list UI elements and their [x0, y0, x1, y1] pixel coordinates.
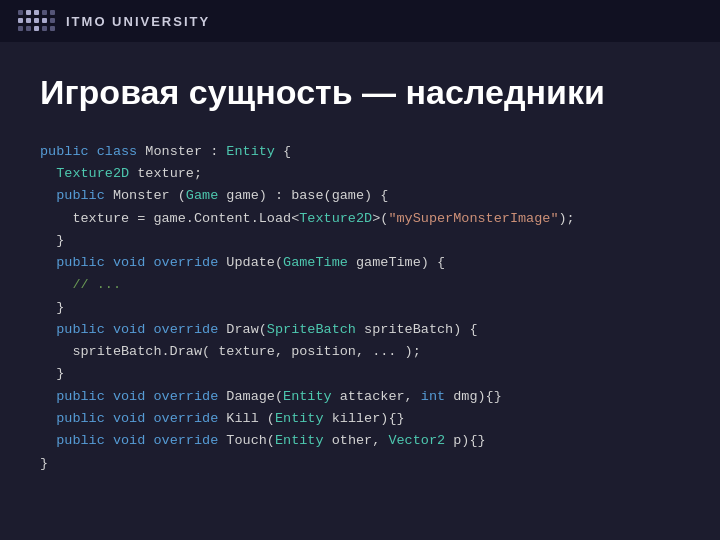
- code-line-12: public void override Damage(Entity attac…: [40, 386, 680, 408]
- code-block: public class Monster : Entity { Texture2…: [40, 141, 680, 475]
- logo-icon: [18, 10, 56, 32]
- code-line-11: }: [40, 363, 680, 385]
- code-line-9: public void override Draw(SpriteBatch sp…: [40, 319, 680, 341]
- slide-title: Игровая сущность — наследники: [40, 72, 680, 113]
- code-line-1: public class Monster : Entity {: [40, 141, 680, 163]
- header: ITMO UNIVERSITY: [0, 0, 720, 42]
- code-line-5: }: [40, 230, 680, 252]
- presentation-slide: ITMO UNIVERSITY Игровая сущность — насле…: [0, 0, 720, 540]
- code-line-10: spriteBatch.Draw( texture, position, ...…: [40, 341, 680, 363]
- code-line-4: texture = game.Content.Load<Texture2D>("…: [40, 208, 680, 230]
- code-line-8: }: [40, 297, 680, 319]
- code-line-14: public void override Touch(Entity other,…: [40, 430, 680, 452]
- main-content: Игровая сущность — наследники public cla…: [0, 42, 720, 540]
- code-line-15: }: [40, 453, 680, 475]
- code-line-3: public Monster (Game game) : base(game) …: [40, 185, 680, 207]
- code-line-2: Texture2D texture;: [40, 163, 680, 185]
- university-name: ITMO UNIVERSITY: [66, 14, 210, 29]
- code-line-13: public void override Kill (Entity killer…: [40, 408, 680, 430]
- code-line-6: public void override Update(GameTime gam…: [40, 252, 680, 274]
- code-line-7: // ...: [40, 274, 680, 296]
